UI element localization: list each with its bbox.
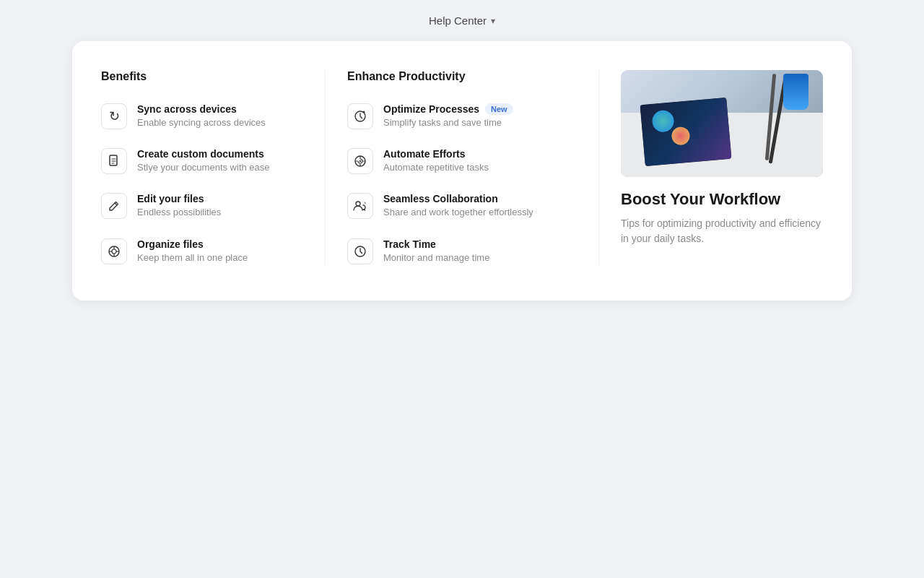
edit-icon — [101, 193, 127, 219]
document-icon — [101, 148, 127, 174]
enhance-track-title: Track Time — [383, 238, 489, 250]
svg-point-9 — [356, 202, 360, 206]
promo-title: Boost Your Workflow — [621, 190, 823, 209]
svg-rect-0 — [110, 155, 117, 165]
enhance-track-desc: Monitor and manage time — [383, 251, 489, 264]
benefit-organize-desc: Keep them all in one place — [137, 251, 248, 264]
benefit-item-edit[interactable]: Edit your files Endless possibilities — [101, 193, 303, 219]
benefit-sync-text: Sync across devices Enable syncing acros… — [137, 103, 266, 129]
enhance-list: Optimize Processes New Simplify tasks an… — [347, 103, 577, 264]
benefit-sync-desc: Enable syncing across devices — [137, 116, 266, 129]
benefit-docs-text: Create custom documents Stlye your docum… — [137, 148, 270, 174]
benefit-docs-title: Create custom documents — [137, 148, 270, 160]
notebook-scene — [621, 70, 823, 177]
svg-point-8 — [359, 160, 361, 162]
benefit-item-organize[interactable]: Organize files Keep them all in one plac… — [101, 238, 303, 264]
automate-icon — [347, 148, 373, 174]
enhance-optimize-desc: Simplify tasks and save time — [383, 116, 513, 129]
enhance-title: Enhance Productivity — [347, 70, 577, 83]
benefits-list: ↻ Sync across devices Enable syncing acr… — [101, 103, 303, 264]
benefits-title: Benefits — [101, 70, 303, 83]
chevron-down-icon: ▾ — [491, 16, 495, 26]
promo-column: Boost Your Workflow Tips for optimizing … — [599, 70, 823, 264]
enhance-item-optimize[interactable]: Optimize Processes New Simplify tasks an… — [347, 103, 577, 129]
help-center-nav[interactable]: Help Center ▾ — [429, 14, 495, 27]
benefit-item-sync[interactable]: ↻ Sync across devices Enable syncing acr… — [101, 103, 303, 129]
main-card: Benefits ↻ Sync across devices Enable sy… — [72, 41, 852, 301]
benefit-item-custom-docs[interactable]: Create custom documents Stlye your docum… — [101, 148, 303, 174]
track-time-icon — [347, 238, 373, 264]
optimize-icon — [347, 103, 373, 129]
svg-point-2 — [112, 249, 116, 254]
enhance-column: Enhance Productivity Optimize Processes … — [325, 70, 599, 264]
benefit-edit-text: Edit your files Endless possibilities — [137, 193, 221, 219]
enhance-item-automate[interactable]: Automate Efforts Automate repetitive tas… — [347, 148, 577, 174]
benefit-organize-text: Organize files Keep them all in one plac… — [137, 238, 248, 264]
top-navigation: Help Center ▾ — [0, 0, 924, 41]
benefit-docs-desc: Stlye your documents with ease — [137, 161, 270, 174]
notebook — [640, 98, 732, 166]
enhance-automate-desc: Automate repetitive tasks — [383, 161, 489, 174]
promo-desc: Tips for optimizing productivity and eff… — [621, 216, 823, 246]
help-center-label: Help Center — [429, 14, 487, 27]
sync-icon: ↻ — [101, 103, 127, 129]
sticker-1 — [651, 109, 675, 133]
enhance-optimize-title: Optimize Processes New — [383, 103, 513, 115]
enhance-collaborate-title: Seamless Collaboration — [383, 193, 533, 204]
enhance-automate-title: Automate Efforts — [383, 148, 489, 160]
benefit-edit-title: Edit your files — [137, 193, 221, 204]
enhance-optimize-text: Optimize Processes New Simplify tasks an… — [383, 103, 513, 129]
organize-icon — [101, 238, 127, 264]
sticker-2 — [671, 126, 690, 146]
enhance-collaborate-text: Seamless Collaboration Share and work to… — [383, 193, 533, 219]
new-badge: New — [485, 103, 513, 115]
bottle-cap — [783, 74, 808, 110]
collaboration-icon — [347, 193, 373, 219]
benefits-column: Benefits ↻ Sync across devices Enable sy… — [101, 70, 325, 264]
enhance-item-collaborate[interactable]: Seamless Collaboration Share and work to… — [347, 193, 577, 219]
benefit-sync-title: Sync across devices — [137, 103, 266, 115]
enhance-automate-text: Automate Efforts Automate repetitive tas… — [383, 148, 489, 174]
enhance-collaborate-desc: Share and work together effortlessly — [383, 206, 533, 219]
enhance-item-track[interactable]: Track Time Monitor and manage time — [347, 238, 577, 264]
notebook-cover — [640, 98, 732, 166]
benefit-edit-desc: Endless possibilities — [137, 206, 221, 219]
enhance-track-text: Track Time Monitor and manage time — [383, 238, 489, 264]
benefit-organize-title: Organize files — [137, 238, 248, 250]
promo-image — [621, 70, 823, 177]
